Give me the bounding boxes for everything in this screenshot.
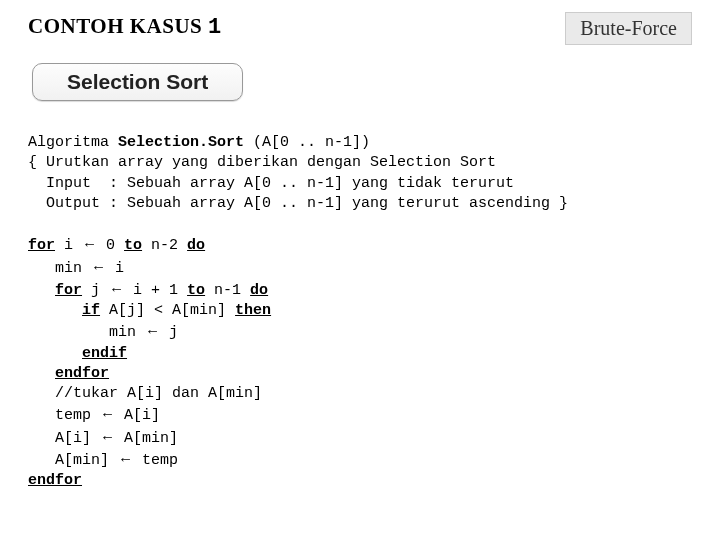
pseudo-line-4: if A[j] < A[min] then (28, 302, 271, 319)
pseudo-line-11: A[min] ← temp (28, 452, 178, 469)
title-number: 1 (208, 15, 221, 40)
header-row: CONTOH KASUS 1 Brute-Force (28, 14, 692, 45)
algo-line-3: Input : Sebuah array A[0 .. n-1] yang ti… (28, 175, 514, 192)
slide-title: CONTOH KASUS 1 (28, 14, 221, 40)
pseudo-line-2: min ← i (28, 260, 124, 277)
section-subheader: Selection Sort (32, 63, 243, 101)
pseudo-line-3: for j ← i + 1 to n-1 do (28, 282, 268, 299)
pseudo-line-10: A[i] ← A[min] (28, 430, 178, 447)
algo-line-2: { Urutkan array yang diberikan dengan Se… (28, 154, 496, 171)
pseudo-line-6: endif (28, 345, 127, 362)
pseudo-line-12: endfor (28, 472, 82, 489)
category-badge: Brute-Force (565, 12, 692, 45)
algorithm-block: Algoritma Selection.Sort (A[0 .. n-1]) {… (28, 133, 692, 491)
algo-line-1: Algoritma Selection.Sort (A[0 .. n-1]) (28, 134, 370, 151)
pseudo-line-9: temp ← A[i] (28, 407, 160, 424)
slide: CONTOH KASUS 1 Brute-Force Selection Sor… (0, 0, 720, 540)
title-prefix: CONTOH KASUS (28, 14, 208, 38)
pseudo-line-5: min ← j (28, 324, 178, 341)
pseudo-line-8: //tukar A[i] dan A[min] (28, 385, 262, 402)
pseudo-line-1: for i ← 0 to n-2 do (28, 237, 205, 254)
pseudo-line-7: endfor (28, 365, 109, 382)
algo-line-4: Output : Sebuah array A[0 .. n-1] yang t… (28, 195, 568, 212)
